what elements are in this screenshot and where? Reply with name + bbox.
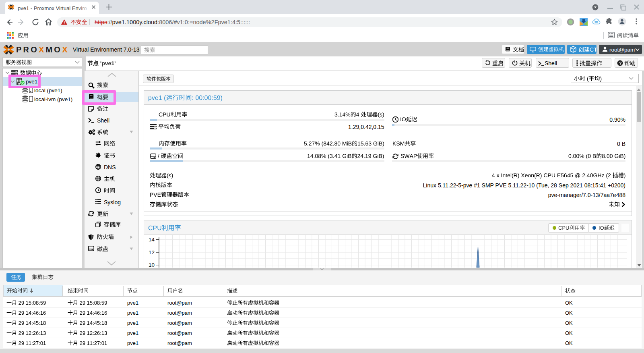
svg-text:10: 10 (149, 262, 155, 268)
svg-text:14: 14 (149, 237, 155, 243)
svg-text:12: 12 (149, 249, 155, 255)
